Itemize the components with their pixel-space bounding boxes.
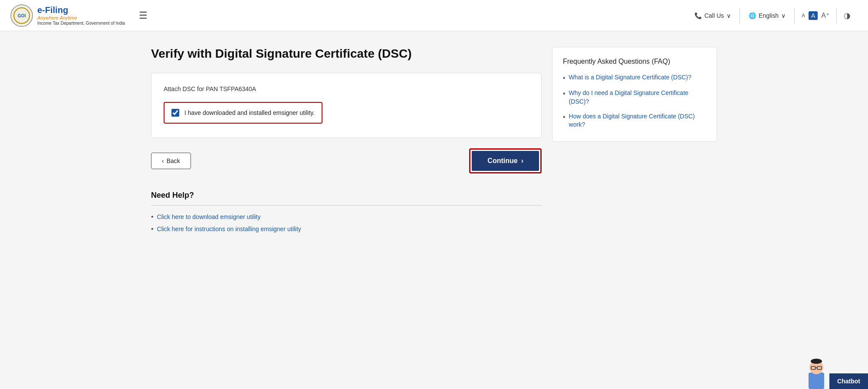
font-small-button[interactable]: A (802, 13, 805, 19)
faq-link-2[interactable]: Why do I need a Digital Signature Certif… (569, 89, 706, 106)
svg-point-5 (811, 359, 822, 364)
faq-link-3[interactable]: How does a Digital Signature Certificate… (569, 112, 706, 129)
need-help-title: Need Help? (151, 191, 542, 200)
install-emsigner-link[interactable]: Click here for instructions on installin… (157, 226, 301, 232)
language-selector[interactable]: 🌐 English ∨ (740, 12, 794, 19)
header-right: 📞 Call Us ∨ 🌐 English ∨ A A A⁺ ◑ (686, 8, 858, 23)
efiling-brand: e-Filing (37, 5, 125, 15)
language-label: English (759, 12, 779, 19)
list-item: Why do I need a Digital Signature Certif… (563, 89, 706, 106)
call-us-label: Call Us (704, 12, 724, 19)
nav-buttons: ‹ Back Continue › (151, 148, 542, 173)
emsigner-checkbox-row: I have downloaded and installed emsigner… (164, 102, 322, 124)
list-item: What is a Digital Signature Certificate … (563, 73, 706, 83)
emblem-icon: GOI (10, 4, 33, 27)
hamburger-button[interactable]: ☰ (139, 10, 148, 21)
call-us-button[interactable]: 📞 Call Us ∨ (686, 12, 740, 19)
phone-icon: 📞 (694, 12, 702, 19)
svg-rect-3 (809, 373, 824, 389)
left-section: Verify with Digital Signature Certificat… (151, 47, 542, 232)
svg-text:GOI: GOI (18, 13, 26, 18)
pan-label: Attach DSC for PAN TSFPA6340A (164, 85, 529, 92)
continue-button[interactable]: Continue › (472, 151, 539, 171)
header: GOI e-Filing Anywhere Anytime Income Tax… (0, 0, 868, 31)
logo-text: e-Filing Anywhere Anytime Income Tax Dep… (37, 5, 125, 26)
emsigner-checkbox-label: I have downloaded and installed emsigner… (184, 109, 315, 116)
help-links-list: Click here to download emsigner utility … (151, 213, 542, 232)
continue-button-label: Continue (487, 157, 517, 165)
chatbot-area: Chatbot (803, 354, 868, 389)
continue-button-wrapper: Continue › (469, 148, 542, 173)
faq-list: What is a Digital Signature Certificate … (563, 73, 706, 129)
font-controls: A A A⁺ (795, 11, 836, 20)
form-card: Attach DSC for PAN TSFPA6340A I have dow… (151, 73, 542, 138)
list-item: Click here for instructions on installin… (151, 226, 542, 232)
chatbot-button[interactable]: Chatbot (829, 373, 868, 389)
font-large-button[interactable]: A⁺ (821, 11, 829, 20)
continue-chevron-icon: › (521, 157, 523, 165)
main-content: Verify with Digital Signature Certificat… (130, 31, 738, 248)
font-normal-button[interactable]: A (809, 11, 818, 20)
back-button[interactable]: ‹ Back (151, 153, 191, 169)
faq-panel: Frequently Asked Questions (FAQ) What is… (552, 47, 717, 142)
download-emsigner-link[interactable]: Click here to download emsigner utility (157, 213, 261, 220)
chatbot-avatar (803, 354, 829, 389)
logo-tagline: Anywhere Anytime (37, 15, 125, 21)
logo-area: GOI e-Filing Anywhere Anytime Income Tax… (10, 4, 125, 27)
back-button-label: Back (167, 157, 180, 164)
page-title: Verify with Digital Signature Certificat… (151, 47, 542, 61)
need-help-divider (151, 205, 542, 206)
lang-chevron: ∨ (781, 12, 786, 19)
back-chevron-icon: ‹ (162, 157, 164, 164)
faq-link-1[interactable]: What is a Digital Signature Certificate … (569, 73, 691, 82)
globe-icon: 🌐 (749, 12, 756, 19)
faq-title: Frequently Asked Questions (FAQ) (563, 58, 706, 65)
contrast-button[interactable]: ◑ (844, 11, 851, 20)
call-us-chevron: ∨ (727, 12, 731, 19)
list-item: Click here to download emsigner utility (151, 213, 542, 220)
list-item: How does a Digital Signature Certificate… (563, 112, 706, 129)
logo-dept: Income Tax Department, Government of Ind… (37, 21, 125, 26)
emsigner-checkbox[interactable] (171, 109, 179, 117)
